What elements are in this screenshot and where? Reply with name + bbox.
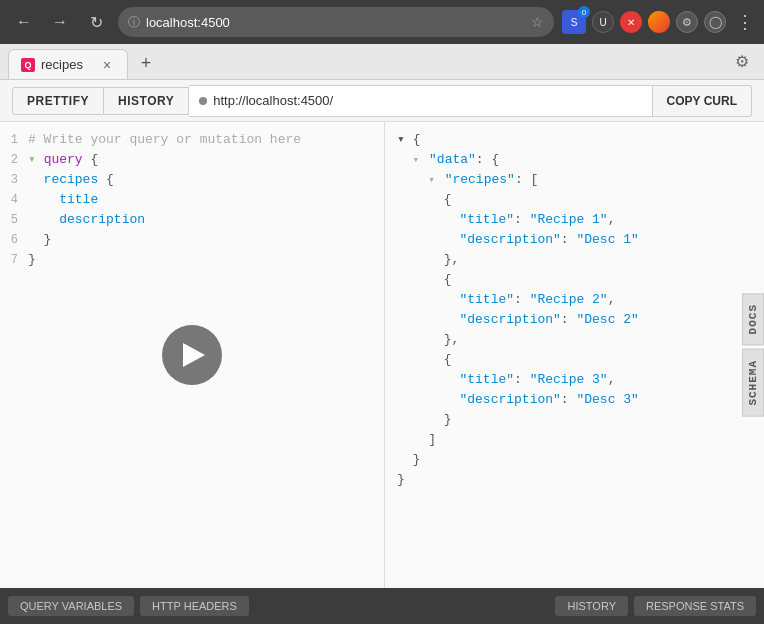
ext-icon-orange[interactable] <box>648 11 670 33</box>
user-icon[interactable]: ◯ <box>704 11 726 33</box>
ext-icon-ud[interactable]: U <box>592 11 614 33</box>
json-item1-title: "title": "Recipe 1", <box>397 210 756 230</box>
line-3: 3 recipes { <box>0 170 384 190</box>
json-array-close: ] <box>397 430 756 450</box>
lock-icon: ⓘ <box>128 14 140 31</box>
forward-button[interactable]: → <box>46 8 74 36</box>
json-item2-open: { <box>397 270 756 290</box>
response-stats-button[interactable]: RESPONSE STATS <box>634 596 756 616</box>
badge-counter: 0 <box>578 6 590 18</box>
docs-tab[interactable]: DOCS <box>742 293 764 345</box>
line-5: 5 description <box>0 210 384 230</box>
play-button[interactable] <box>162 325 222 385</box>
back-button[interactable]: ← <box>10 8 38 36</box>
bottom-bar: QUERY VARIABLES HTTP HEADERS HISTORY RES… <box>0 588 764 624</box>
json-item2-desc: "description": "Desc 2" <box>397 310 756 330</box>
json-item2-close: }, <box>397 330 756 350</box>
json-data-close: } <box>397 450 756 470</box>
json-item1-desc: "description": "Desc 1" <box>397 230 756 250</box>
settings-button[interactable]: ⚙ <box>728 47 756 75</box>
json-item3-close: } <box>397 410 756 430</box>
line-1: 1 # Write your query or mutation here <box>0 130 384 150</box>
new-tab-button[interactable]: + <box>132 49 160 77</box>
browser-chrome: ← → ↻ ⓘ localhost:4500 ☆ S 0 U ✕ ⚙ ◯ ⋮ <box>0 0 764 44</box>
tab-favicon: Q <box>21 58 35 72</box>
json-item3-desc: "description": "Desc 3" <box>397 390 756 410</box>
prettify-button[interactable]: PRETTIFY <box>12 87 104 115</box>
extension-badge[interactable]: S 0 <box>562 10 586 34</box>
url-text: localhost:4500 <box>146 15 525 30</box>
json-item1-open: { <box>397 190 756 210</box>
copy-curl-button[interactable]: COPY CURL <box>653 85 752 117</box>
url-status-dot <box>199 97 207 105</box>
history-button[interactable]: HISTORY <box>104 87 189 115</box>
schema-tab[interactable]: SCHEMA <box>742 349 764 417</box>
line-2: 2 ▾ query { <box>0 150 384 170</box>
json-root-close: } <box>397 470 756 490</box>
ext-icon-gear[interactable]: ⚙ <box>676 11 698 33</box>
browser-actions: S 0 U ✕ ⚙ ◯ ⋮ <box>562 10 754 34</box>
json-item2-title: "title": "Recipe 2", <box>397 290 756 310</box>
tab-title: recipes <box>41 57 93 72</box>
tab-bar: Q recipes × + ⚙ <box>0 44 764 80</box>
url-display: http://localhost:4500/ <box>189 85 652 117</box>
query-panel[interactable]: 1 # Write your query or mutation here 2 … <box>0 122 385 588</box>
gql-toolbar: PRETTIFY HISTORY http://localhost:4500/ … <box>0 80 764 122</box>
tab-close-button[interactable]: × <box>99 57 115 73</box>
side-tabs: DOCS SCHEMA <box>742 293 764 417</box>
line-7: 7 } <box>0 250 384 270</box>
json-item3-open: { <box>397 350 756 370</box>
history-button-bottom[interactable]: HISTORY <box>555 596 628 616</box>
response-panel: ▾ { ▾ "data": { ▾ "recipes": [ { "title"… <box>385 122 764 588</box>
active-tab[interactable]: Q recipes × <box>8 49 128 79</box>
line-6: 6 } <box>0 230 384 250</box>
bookmark-icon: ☆ <box>531 14 544 30</box>
json-item1-close: }, <box>397 250 756 270</box>
json-data-key: ▾ "data": { <box>397 150 756 170</box>
json-root-open: ▾ { <box>397 130 756 150</box>
json-recipes-key: ▾ "recipes": [ <box>397 170 756 190</box>
json-item3-title: "title": "Recipe 3", <box>397 370 756 390</box>
line-4: 4 title <box>0 190 384 210</box>
reload-button[interactable]: ↻ <box>82 8 110 36</box>
query-variables-button[interactable]: QUERY VARIABLES <box>8 596 134 616</box>
ext-icon-red[interactable]: ✕ <box>620 11 642 33</box>
address-bar[interactable]: ⓘ localhost:4500 ☆ <box>118 7 554 37</box>
editor-area: 1 # Write your query or mutation here 2 … <box>0 122 764 588</box>
browser-menu-button[interactable]: ⋮ <box>736 11 754 33</box>
http-headers-button[interactable]: HTTP HEADERS <box>140 596 249 616</box>
url-value: http://localhost:4500/ <box>213 93 333 108</box>
